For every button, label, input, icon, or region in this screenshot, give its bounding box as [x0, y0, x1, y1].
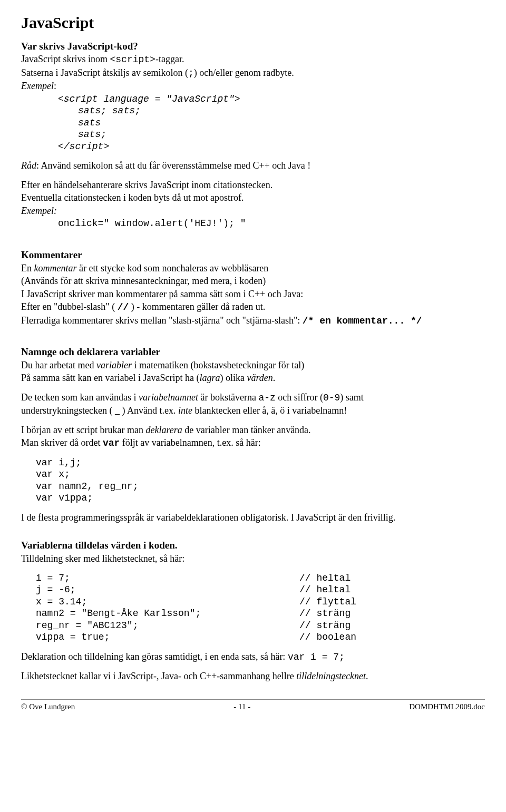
- text-line: I JavaScript skriver man kommentarer på …: [21, 288, 485, 300]
- text-line: (Används för att skriva minnesanteckning…: [21, 275, 485, 287]
- text-line: JavaScript skrivs inom <script>-taggar.: [21, 53, 485, 66]
- heading-tilldelning: Variablerna tilldelas värden i koden.: [21, 539, 485, 552]
- text-line: understrykningstecken ( _ ) Använd t.ex.…: [21, 405, 485, 417]
- code-line: onclick=" window.alert('HEJ!'); ": [21, 218, 485, 230]
- code-row: namn2 = "Bengt-Åke Karlsson";// sträng: [36, 608, 485, 620]
- text-line: Flerradiga kommentarer skrivs mellan "sl…: [21, 315, 485, 327]
- heading-namnge: Namnge och deklarera variabler: [21, 346, 485, 358]
- code-block: <script language = "JavaScript"> sats; s…: [21, 93, 485, 153]
- text-line: Efter en "dubbel-slash" ( // ) - komment…: [21, 301, 485, 314]
- example-label: Exempel:: [21, 80, 485, 92]
- text-line: En kommentar är ett stycke kod som nonch…: [21, 262, 485, 275]
- page-title: JavaScript: [21, 13, 485, 33]
- footer-filename: DOMDHTML2009.doc: [409, 702, 485, 712]
- page-footer: © Ove Lundgren - 11 - DOMDHTML2009.doc: [21, 699, 485, 712]
- example-label: Exempel:: [21, 205, 485, 217]
- code-row: j = -6;// heltal: [36, 584, 485, 596]
- tip-line: Råd: Använd semikolon så att du får över…: [21, 160, 485, 172]
- code-block: var i,j; var x; var namn2, reg_nr; var v…: [21, 457, 485, 504]
- code-row: x = 3.14;// flyttal: [36, 596, 485, 608]
- code-row: reg_nr = "ABC123";// sträng: [36, 620, 485, 632]
- footer-author: © Ove Lundgren: [21, 702, 75, 712]
- text-line: Du har arbetat med variabler i matematik…: [21, 359, 485, 371]
- text-line: På samma sätt kan en variabel i JavaScri…: [21, 372, 485, 384]
- text-line: De tecken som kan användas i variabelnam…: [21, 392, 485, 404]
- text-line: Eventuella citationstecken i koden byts …: [21, 192, 485, 204]
- footer-page-number: - 11 -: [233, 702, 250, 712]
- text-line: Efter en händelsehanterare skrivs JavaSc…: [21, 179, 485, 191]
- heading-var-skrivs: Var skrivs JavaScript-kod?: [21, 40, 485, 53]
- text-line: I de flesta programmeringsspråk är varia…: [21, 512, 485, 524]
- section-tilldelning: Variablerna tilldelas värden i koden. Ti…: [21, 539, 485, 682]
- text-line: Satserna i JavaScript åtskiljs av semiko…: [21, 67, 485, 80]
- code-row: vippa = true;// boolean: [36, 631, 485, 643]
- section-kommentarer: Kommentarer En kommentar är ett stycke k…: [21, 249, 485, 327]
- code-block: i = 7;// heltal j = -6;// heltal x = 3.1…: [21, 572, 485, 643]
- heading-kommentarer: Kommentarer: [21, 249, 485, 261]
- section-var-skrivs: Var skrivs JavaScript-kod? JavaScript sk…: [21, 40, 485, 230]
- code-row: i = 7;// heltal: [36, 572, 485, 584]
- section-variabler: Namnge och deklarera variabler Du har ar…: [21, 346, 485, 523]
- text-line: I början av ett script brukar man deklar…: [21, 424, 485, 436]
- text-line: Likhetstecknet kallar vi i JavScript-, J…: [21, 670, 485, 682]
- text-line: Deklaration och tilldelning kan göras sa…: [21, 651, 485, 663]
- text-line: Tilldelning sker med likhetstecknet, så …: [21, 553, 485, 565]
- text-line: Man skriver då ordet var följt av variab…: [21, 437, 485, 449]
